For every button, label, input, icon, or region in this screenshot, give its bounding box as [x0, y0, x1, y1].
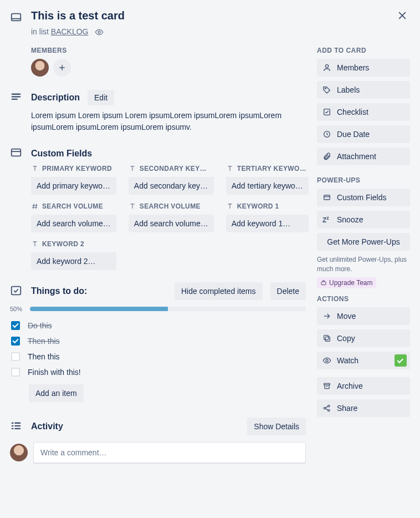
get-more-powerups-button[interactable]: Get More Power-Ups — [317, 233, 410, 251]
checklist-icon — [10, 285, 23, 298]
clock-icon — [322, 130, 331, 139]
checklist-heading[interactable]: Things to do: — [31, 286, 167, 296]
watch-button[interactable]: Watch — [317, 352, 410, 369]
watching-indicator-icon[interactable] — [95, 28, 104, 37]
card-detail-dialog: This is a test card in list BACKLOG MEMB… — [0, 0, 420, 476]
powerups-heading: POWER-UPS — [317, 176, 410, 184]
card-list-location: in list BACKLOG — [31, 27, 410, 37]
svg-rect-27 — [324, 195, 330, 200]
copy-icon — [322, 334, 331, 343]
description-text[interactable]: Lorem ipsum Lorem ipsum Lorem ipsumLorem… — [31, 110, 306, 133]
add-attachment-button[interactable]: Attachment — [317, 148, 410, 165]
edit-description-button[interactable]: Edit — [88, 90, 114, 105]
plus-icon — [58, 64, 66, 72]
member-avatar[interactable] — [31, 59, 49, 77]
description-icon — [10, 91, 23, 105]
custom-fields-icon — [10, 146, 23, 160]
custom-field-item: KEYWORD 1Add keyword 1… — [226, 202, 309, 232]
checklist-item-text[interactable]: Do this — [28, 321, 52, 330]
custom-field-item: KEYWORD 2Add keyword 2… — [31, 240, 116, 270]
svg-line-39 — [325, 407, 328, 408]
custom-field-label: KEYWORD 2 — [31, 240, 116, 248]
arrow-right-icon — [322, 312, 331, 321]
checklist-progress-percent: 50% — [10, 306, 25, 312]
members-heading: MEMBERS — [31, 47, 306, 54]
svg-rect-2 — [12, 14, 21, 21]
description-heading: Description — [31, 93, 80, 103]
upgrade-team-button[interactable]: Upgrade Team — [317, 277, 376, 288]
custom-field-label: SEARCH VOLUME — [129, 202, 214, 210]
tag-icon — [322, 85, 331, 94]
archive-icon — [322, 382, 331, 390]
custom-field-input[interactable]: Add primary keywo… — [31, 177, 116, 195]
add-members-button[interactable]: Members — [317, 59, 410, 77]
custom-field-label: KEYWORD 1 — [226, 202, 309, 210]
svg-rect-16 — [12, 286, 21, 294]
svg-rect-32 — [324, 336, 329, 340]
copy-button[interactable]: Copy — [317, 329, 410, 347]
svg-rect-34 — [324, 383, 330, 385]
custom-field-input[interactable]: Add keyword 2… — [31, 252, 116, 270]
share-icon — [322, 404, 331, 413]
custom-field-input[interactable]: Add tertiary keywo… — [226, 177, 309, 195]
card-icon — [10, 11, 23, 25]
card-title[interactable]: This is a test card — [31, 9, 125, 22]
checklist-items: Do thisThen thisThen thisFinish with thi… — [10, 318, 306, 380]
custom-field-item: PRIMARY KEYWORDAdd primary keywo… — [31, 165, 116, 195]
add-to-card-heading: ADD TO CARD — [317, 47, 410, 54]
checklist-item-text[interactable]: Finish with this! — [28, 368, 81, 377]
text-icon — [226, 202, 234, 210]
svg-point-24 — [325, 88, 326, 89]
custom-field-item: SECONDARY KEY…Add secondary key… — [129, 165, 214, 195]
svg-point-33 — [326, 359, 328, 362]
briefcase-icon — [320, 280, 327, 286]
checklist-progress-bar — [30, 307, 306, 311]
svg-rect-21 — [12, 428, 14, 429]
checklist-item: Then this — [10, 349, 306, 364]
share-button[interactable]: Share — [317, 399, 410, 417]
list-link[interactable]: BACKLOG — [51, 27, 89, 36]
add-checklist-item-button[interactable]: Add an item — [29, 384, 84, 402]
svg-point-23 — [325, 65, 328, 68]
svg-rect-29 — [321, 282, 326, 285]
hide-completed-button[interactable]: Hide completed items — [175, 282, 263, 300]
close-button[interactable] — [395, 8, 410, 23]
checklist-item-text[interactable]: Then this — [28, 352, 60, 361]
svg-rect-19 — [12, 425, 14, 426]
add-due-date-button[interactable]: Due Date — [317, 125, 410, 143]
show-details-button[interactable]: Show Details — [247, 418, 306, 435]
card-small-icon — [322, 193, 331, 202]
checklist-item: Then this — [10, 333, 306, 349]
custom-field-input[interactable]: Add search volume… — [129, 215, 214, 232]
custom-field-label: SECONDARY KEY… — [129, 165, 214, 172]
powerup-custom-fields-button[interactable]: Custom Fields — [317, 189, 410, 206]
svg-rect-20 — [14, 425, 21, 426]
activity-heading: Activity — [31, 421, 239, 431]
checklist-checkbox[interactable] — [11, 321, 20, 330]
comment-input[interactable]: Write a comment… — [33, 442, 306, 463]
checklist-checkbox[interactable] — [11, 368, 20, 377]
custom-field-input[interactable]: Add search volume… — [31, 215, 116, 232]
custom-field-input[interactable]: Add keyword 1… — [226, 215, 309, 232]
paperclip-icon — [322, 152, 331, 161]
watch-check-icon — [395, 354, 407, 367]
add-member-button[interactable] — [53, 59, 71, 77]
checklist-item-text[interactable]: Then this — [28, 337, 60, 346]
custom-field-label: PRIMARY KEYWORD — [31, 165, 116, 172]
checklist-item: Finish with this! — [10, 364, 306, 380]
svg-line-13 — [36, 204, 37, 209]
svg-line-40 — [325, 409, 328, 410]
text-icon — [31, 165, 39, 172]
checklist-item: Do this — [10, 318, 306, 333]
checklist-checkbox[interactable] — [11, 352, 20, 361]
archive-button[interactable]: Archive — [317, 377, 410, 395]
delete-checklist-button[interactable]: Delete — [270, 282, 306, 300]
user-icon — [322, 63, 331, 72]
powerup-snooze-button[interactable]: Zz Snooze — [317, 211, 410, 228]
move-button[interactable]: Move — [317, 307, 410, 325]
custom-field-input[interactable]: Add secondary key… — [129, 177, 214, 195]
text-icon — [129, 202, 136, 210]
add-checklist-button[interactable]: Checklist — [317, 103, 410, 121]
checklist-checkbox[interactable] — [11, 337, 20, 346]
add-labels-button[interactable]: Labels — [317, 81, 410, 99]
